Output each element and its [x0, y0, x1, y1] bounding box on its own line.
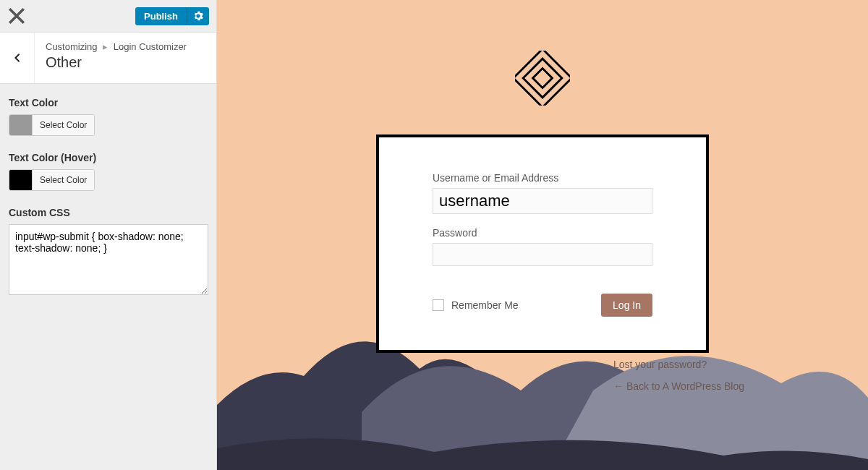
- select-color-button[interactable]: Select Color: [33, 115, 94, 135]
- close-button[interactable]: [7, 7, 26, 25]
- color-swatch-black: [9, 170, 33, 190]
- logo-icon: [515, 51, 570, 106]
- chevron-left-icon: [12, 53, 22, 63]
- login-button[interactable]: Log In: [601, 294, 652, 317]
- remember-me-group: Remember Me: [433, 299, 519, 311]
- text-color-picker[interactable]: Select Color: [9, 114, 95, 136]
- lost-password-link[interactable]: Lost your password?: [613, 359, 744, 370]
- breadcrumb-root[interactable]: Customizing: [46, 41, 98, 52]
- sidebar-top-bar: Publish: [0, 0, 216, 33]
- site-logo[interactable]: [515, 51, 570, 108]
- custom-css-label: Custom CSS: [9, 207, 208, 218]
- breadcrumb-trail: Customizing ▸ Login Customizer: [46, 41, 187, 52]
- text-color-label: Text Color: [9, 97, 208, 108]
- back-to-site-link[interactable]: ← Back to A WordPress Blog: [613, 380, 744, 392]
- text-color-hover-label: Text Color (Hover): [9, 152, 208, 163]
- publish-settings-button[interactable]: [187, 7, 209, 25]
- back-button[interactable]: [0, 33, 35, 83]
- remember-me-checkbox[interactable]: [433, 299, 444, 311]
- remember-me-label: Remember Me: [451, 299, 519, 311]
- form-bottom-row: Remember Me Log In: [433, 294, 652, 317]
- password-label: Password: [433, 227, 652, 239]
- breadcrumb-panel: Customizing ▸ Login Customizer Other: [0, 33, 216, 84]
- svg-rect-1: [523, 59, 562, 98]
- close-icon: [7, 7, 26, 25]
- chevron-right-icon: ▸: [103, 41, 108, 52]
- select-color-hover-button[interactable]: Select Color: [33, 170, 94, 190]
- custom-css-textarea[interactable]: [9, 224, 208, 295]
- color-swatch-grey: [9, 115, 33, 135]
- top-actions: Publish: [135, 7, 209, 25]
- password-input[interactable]: [433, 243, 652, 266]
- breadcrumb-parent[interactable]: Login Customizer: [114, 41, 187, 52]
- login-form: Username or Email Address Password Remem…: [376, 134, 709, 353]
- username-label: Username or Email Address: [433, 172, 652, 184]
- customizer-sidebar: Publish Customizing ▸ Login Customizer O…: [0, 0, 217, 470]
- svg-rect-2: [533, 69, 553, 88]
- breadcrumb-body: Customizing ▸ Login Customizer Other: [35, 33, 197, 80]
- username-input[interactable]: [433, 188, 652, 214]
- text-color-hover-picker[interactable]: Select Color: [9, 169, 95, 191]
- controls-body: Text Color Select Color Text Color (Hove…: [0, 84, 216, 311]
- panel-title: Other: [46, 54, 187, 71]
- publish-button[interactable]: Publish: [135, 7, 187, 25]
- preview-pane: Username or Email Address Password Remem…: [217, 0, 868, 470]
- gear-icon: [193, 11, 203, 21]
- below-form-links: Lost your password? ← Back to A WordPres…: [613, 359, 744, 392]
